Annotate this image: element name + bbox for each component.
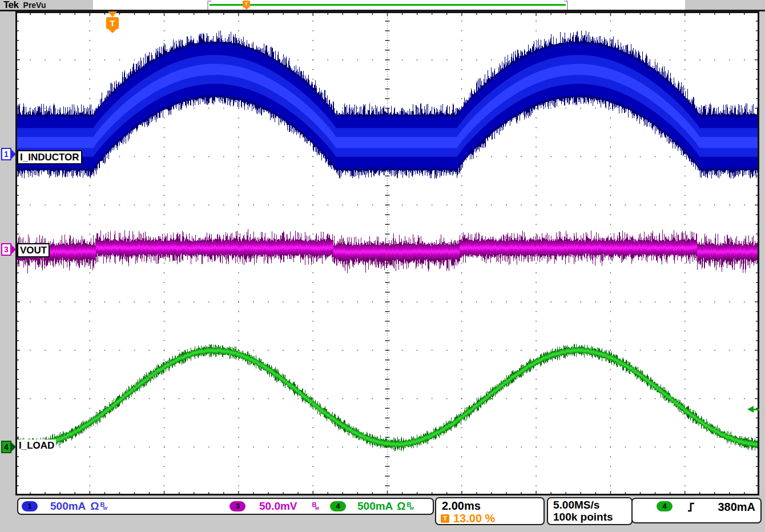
oscilloscope-screen: { "header": { "brand": "Tek", "mode": "P… (0, 0, 765, 532)
channel-4-badge: 4 (330, 501, 346, 511)
channel-3-ground-marker[interactable]: 3 (1, 243, 16, 256)
trace-label-ch4: I_LOAD (17, 440, 56, 452)
channel-3-readout[interactable]: 3 50.0mV BW (230, 499, 319, 514)
channel-1-scale: 500mA (50, 500, 86, 513)
channel-3-bandwidth-icon: BW (312, 502, 320, 511)
channel-1-ground-marker[interactable]: 1 (1, 148, 16, 160)
trigger-position-percent: 13.00 % (453, 512, 495, 525)
acquisition-readout-box[interactable]: 5.00MS/s 100k points (547, 497, 633, 525)
trigger-t-icon: T (106, 17, 119, 29)
channel-1-badge: 1 (22, 501, 38, 511)
timebase-scale: 2.00ms (442, 499, 481, 513)
channel-4-readout[interactable]: 4 500mA Ω BW (330, 499, 414, 514)
channel-1-coupling-ohm: Ω (90, 500, 99, 513)
channel-3-badge: 3 (230, 501, 245, 511)
trigger-level-arrow-icon[interactable] (747, 406, 759, 413)
channel-4-coupling-ohm: Ω (397, 500, 405, 513)
channel-3-scale: 50.0mV (259, 500, 297, 513)
trigger-source-badge: 4 (657, 501, 673, 511)
record-length: 100k points (553, 511, 613, 523)
channel-4-scale: 500mA (357, 500, 393, 513)
tek-logo: Tek (3, 0, 19, 11)
record-view-line (210, 4, 566, 6)
rising-edge-icon (686, 502, 696, 513)
timebase-readout-box[interactable]: 2.00ms T 13.00 % (435, 497, 545, 525)
brand-box: Tek PreVu (0, 0, 93, 10)
channel-1-bandwidth-icon: BW (100, 502, 108, 511)
trace-label-ch1: I_INDUCTOR (17, 150, 82, 164)
waveform-display (15, 11, 759, 495)
vertical-readout-box[interactable]: 1 500mA Ω BW 3 50.0mV BW 4 500mA Ω BW (17, 498, 434, 515)
trigger-position-marker-icon[interactable]: T (243, 1, 250, 7)
trace-label-ch3: VOUT (17, 243, 50, 257)
trigger-point-marker[interactable]: T (106, 11, 119, 33)
channel-4-bandwidth-icon: BW (407, 502, 414, 511)
record-position-bar[interactable]: T (207, 1, 568, 9)
acquisition-mode-label: PreVu (23, 1, 46, 10)
trigger-level-value: 380mA (718, 501, 755, 514)
trigger-down-arrow-icon (108, 11, 117, 17)
channel-1-readout[interactable]: 1 500mA Ω BW (22, 499, 107, 514)
sample-rate: 5.00MS/s (553, 499, 599, 511)
trigger-readout-box[interactable]: 4 380mA (631, 498, 762, 523)
trigger-tag-tip (108, 29, 116, 33)
channel-4-ground-marker[interactable]: 4 (1, 441, 16, 453)
top-right-panel (685, 0, 765, 10)
trigger-position-icon: T (441, 514, 449, 523)
